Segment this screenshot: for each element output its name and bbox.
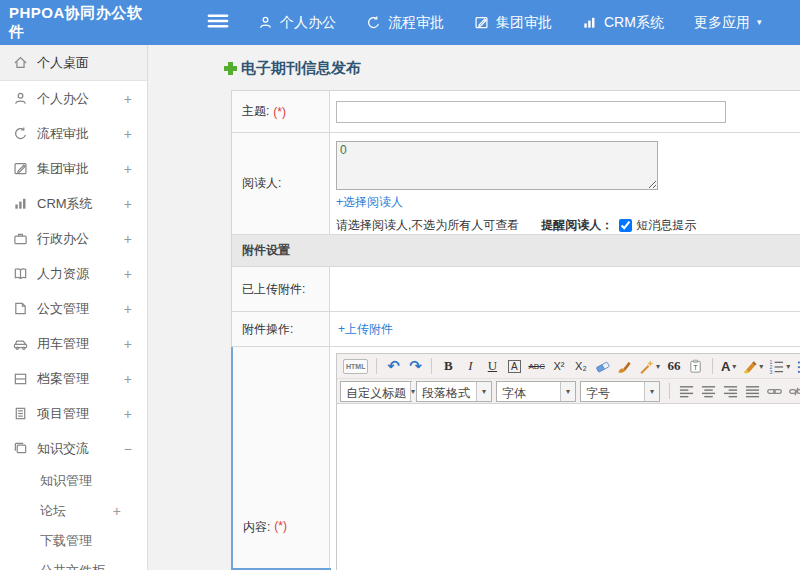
sidebar-item-label: CRM系统 (37, 195, 93, 213)
sidebar-item-knowledge-mgmt[interactable]: 知识管理 (0, 466, 147, 496)
nav-more-apps[interactable]: 更多应用▾ (694, 14, 762, 32)
sidebar-item-admin-office[interactable]: 行政办公+ (0, 221, 147, 256)
sidebar-item-process-approval[interactable]: 流程审批+ (0, 116, 147, 151)
clipboard-icon: T (688, 359, 703, 374)
expand-icon: + (124, 196, 132, 212)
expand-icon: + (113, 503, 121, 519)
subscript-button[interactable]: X₂ (571, 356, 591, 376)
nav-group-approval[interactable]: 集团审批 (474, 14, 552, 32)
sidebar-item-personal-office[interactable]: 个人办公+ (0, 81, 147, 116)
nav-crm-system[interactable]: CRM系统 (582, 14, 664, 32)
strikethrough-button[interactable]: ABC (526, 356, 546, 376)
sidebar-item-label: 下载管理 (40, 532, 92, 550)
sidebar-item-download-mgmt[interactable]: 下载管理 (0, 526, 147, 556)
upload-attachment-link[interactable]: +上传附件 (338, 321, 393, 338)
blockquote-button-glyph: 66 (667, 358, 680, 374)
redo-button[interactable]: ↷ (405, 356, 425, 376)
select-label: 字体 (497, 382, 560, 401)
link-button[interactable] (764, 381, 784, 401)
font-size-select[interactable]: 字号▾ (580, 381, 660, 402)
font-family-select[interactable]: 字体▾ (496, 381, 576, 402)
format-brush-button[interactable] (615, 356, 635, 376)
hamburger-icon (206, 9, 230, 37)
chevron-down-icon: ▾ (732, 362, 736, 371)
superscript-button-glyph: X² (553, 360, 564, 372)
ordered-list-button[interactable]: 123▾ (767, 356, 792, 376)
strikethrough-button-glyph: ABC (528, 362, 544, 371)
select-label: 段落格式 (417, 382, 476, 401)
attachment-section-header: 附件设置 (232, 235, 800, 267)
marker-icon (742, 359, 757, 374)
chevron-down-icon: ▾ (476, 382, 491, 401)
sms-remind-label: 短消息提示 (636, 217, 696, 234)
expand-icon: + (124, 161, 132, 177)
nav-label: CRM系统 (604, 14, 664, 32)
sidebar-item-project-mgmt[interactable]: 项目管理+ (0, 396, 147, 431)
subscript-button-glyph: X₂ (575, 360, 587, 372)
sidebar-item-group-approval[interactable]: 集团审批+ (0, 151, 147, 186)
svg-text:T: T (694, 363, 698, 370)
sidebar-item-label: 个人桌面 (37, 54, 89, 72)
chevron-down-icon: ▾ (786, 362, 790, 371)
align-right-button[interactable] (720, 381, 740, 401)
sidebar-item-knowledge-exchange[interactable]: 知识交流− (0, 431, 147, 466)
align-left-button[interactable] (676, 381, 696, 401)
underline-button[interactable]: U (482, 356, 502, 376)
collapse-icon: − (124, 441, 132, 457)
sidebar-item-public-cabinet[interactable]: 公共文件柜 (0, 556, 147, 570)
sidebar-item-document-mgmt[interactable]: 公文管理+ (0, 291, 147, 326)
italic-button-glyph: I (468, 358, 472, 374)
edit-icon (474, 15, 489, 30)
align-center-icon (701, 384, 716, 399)
unordered-list-button[interactable] (794, 356, 800, 376)
sidebar-item-desktop[interactable]: 个人桌面 (0, 45, 147, 81)
undo-button[interactable]: ↶ (383, 356, 403, 376)
nav-process-approval[interactable]: 流程审批 (366, 14, 444, 32)
custom-title-select[interactable]: 自定义标题▾ (340, 381, 412, 402)
expand-icon: + (124, 406, 132, 422)
source-code-button[interactable]: HTML (341, 356, 370, 376)
readers-textarea[interactable]: 0 (336, 141, 658, 190)
sidebar-item-forum[interactable]: 论坛+ (0, 496, 147, 526)
superscript-button[interactable]: X² (549, 356, 569, 376)
editor-content-area[interactable] (337, 404, 800, 570)
chart-icon (13, 196, 28, 211)
font-border-button[interactable]: A (504, 356, 524, 376)
align-justify-button[interactable] (742, 381, 762, 401)
highlight-button[interactable]: ▾ (740, 356, 765, 376)
undo-button-glyph: ↶ (387, 357, 400, 375)
sidebar-item-crm[interactable]: CRM系统+ (0, 186, 147, 221)
align-center-button[interactable] (698, 381, 718, 401)
toolbar-separator (376, 358, 377, 374)
auto-typeset-button[interactable]: ▾ (637, 356, 662, 376)
sms-remind-checkbox[interactable] (619, 219, 632, 232)
person-icon (13, 91, 28, 106)
nav-label: 个人办公 (280, 14, 336, 32)
blockquote-button[interactable]: 66 (664, 356, 684, 376)
menu-toggle-button[interactable] (206, 11, 230, 35)
unlink-button[interactable] (786, 381, 800, 401)
sidebar-item-hr[interactable]: 人力资源+ (0, 256, 147, 291)
eraser-button[interactable] (593, 356, 613, 376)
select-label: 字号 (581, 382, 644, 401)
paste-text-button[interactable]: T (686, 356, 706, 376)
subject-input[interactable] (336, 101, 726, 123)
sidebar-item-vehicle-mgmt[interactable]: 用车管理+ (0, 326, 147, 361)
content-label: 内容:(*) (233, 347, 330, 570)
chart-icon (582, 15, 597, 30)
sidebar-item-label: 用车管理 (37, 335, 89, 353)
nav-personal-office[interactable]: 个人办公 (258, 14, 336, 32)
select-readers-link[interactable]: +选择阅读人 (336, 194, 800, 211)
chevron-down-icon: ▾ (757, 18, 762, 27)
underline-button-glyph: U (488, 358, 497, 374)
brush-icon (617, 359, 632, 374)
font-color-button[interactable]: A▾ (719, 356, 738, 376)
attachment-operation-label: 附件操作: (232, 312, 330, 346)
align-right-icon (723, 384, 738, 399)
bold-button[interactable]: B (438, 356, 458, 376)
italic-button[interactable]: I (460, 356, 480, 376)
paragraph-format-select[interactable]: 段落格式▾ (416, 381, 492, 402)
toolbar-separator (431, 358, 432, 374)
car-icon (13, 336, 28, 351)
sidebar-item-archive-mgmt[interactable]: 档案管理+ (0, 361, 147, 396)
